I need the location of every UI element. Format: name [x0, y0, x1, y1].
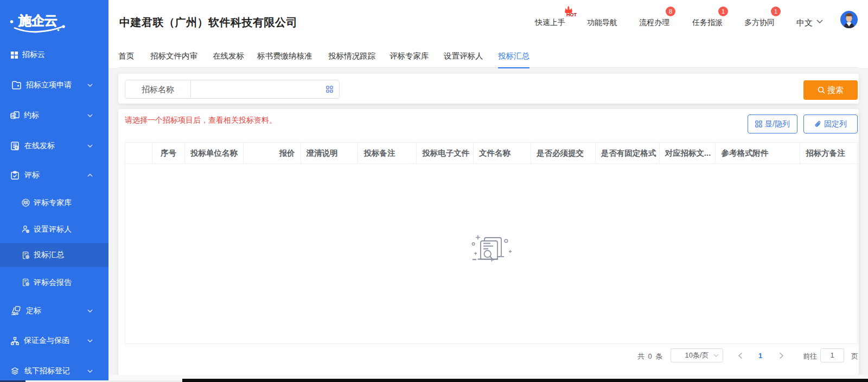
- svg-text:施企云: 施企云: [18, 13, 58, 28]
- svg-text:HOT: HOT: [566, 12, 577, 17]
